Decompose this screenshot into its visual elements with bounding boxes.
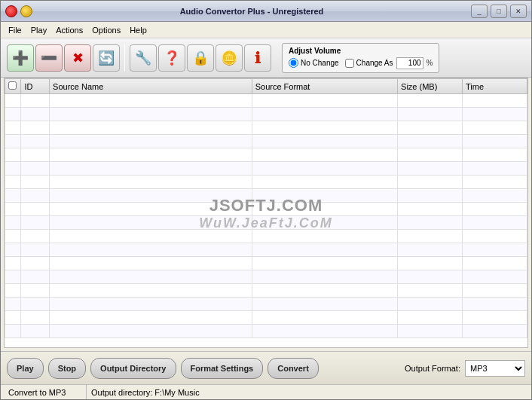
change-as-label: Change As xyxy=(356,59,393,67)
table-row xyxy=(5,162,527,176)
change-as-section: Change As 100 % xyxy=(345,57,433,69)
menu-actions[interactable]: Actions xyxy=(51,24,87,36)
bottom-bar: Play Stop Output Directory Format Settin… xyxy=(1,351,531,384)
file-table: ID Source Name Source Format Size (MB) T… xyxy=(5,78,527,338)
percent-label: % xyxy=(427,59,433,67)
table-row xyxy=(5,216,527,230)
no-change-radio[interactable] xyxy=(289,58,298,68)
coins-icon: 🪙 xyxy=(221,50,237,66)
table-body xyxy=(5,94,527,338)
col-source-format: Source Format xyxy=(252,79,397,94)
table-row xyxy=(5,298,527,311)
volume-section: Adjust Volume No Change Change As 100 % xyxy=(282,43,439,73)
wrench-icon: 🔧 xyxy=(135,50,151,66)
add-icon: ➕ xyxy=(12,50,29,66)
output-directory-button[interactable]: Output Directory xyxy=(90,358,176,379)
no-change-label: No Change xyxy=(301,59,339,67)
menu-file[interactable]: File xyxy=(4,24,26,36)
refresh-button[interactable]: 🔄 xyxy=(93,44,120,72)
titlebar-title: Audio Convertor Plus - Unregistered xyxy=(32,7,471,16)
output-text-panel: Output directory: F:\My Music xyxy=(87,385,204,399)
format-settings-button[interactable]: Format Settings xyxy=(181,358,264,379)
menu-options[interactable]: Options xyxy=(87,24,125,36)
lock-button[interactable]: 🔒 xyxy=(187,44,214,72)
remove-button[interactable]: ➖ xyxy=(35,44,63,72)
minus-icon: ➖ xyxy=(41,50,57,66)
table-row xyxy=(5,108,527,121)
table-row xyxy=(5,176,527,189)
col-check xyxy=(5,79,21,94)
col-time: Time xyxy=(463,79,527,94)
x-icon: ✖ xyxy=(72,50,84,66)
status-text: Convert to MP3 xyxy=(8,388,66,397)
change-as-radio-label[interactable]: Change As xyxy=(345,59,393,68)
minimize-win-button[interactable]: _ xyxy=(471,5,488,18)
table-row xyxy=(5,189,527,203)
table-row xyxy=(5,284,527,298)
table-row xyxy=(5,325,527,338)
table-row xyxy=(5,94,527,108)
settings-button[interactable]: 🔧 xyxy=(130,44,157,72)
table-row xyxy=(5,311,527,325)
maximize-win-button[interactable]: □ xyxy=(491,5,507,18)
table-row xyxy=(5,230,527,243)
table-row xyxy=(5,135,527,148)
main-window: Audio Convertor Plus - Unregistered _ □ … xyxy=(0,0,532,400)
play-button[interactable]: Play xyxy=(7,358,44,379)
close-button[interactable] xyxy=(5,5,17,17)
info-icon: ℹ xyxy=(255,49,261,67)
lock-icon: 🔒 xyxy=(192,50,209,66)
table-row xyxy=(5,257,527,270)
format-select[interactable]: MP3 WAV OGG WMA AAC FLAC xyxy=(465,360,525,377)
status-text-panel: Convert to MP3 xyxy=(4,385,87,399)
no-change-radio-label[interactable]: No Change xyxy=(289,58,339,68)
add-button[interactable]: ➕ xyxy=(7,44,34,72)
output-format-section: Output Format: MP3 WAV OGG WMA AAC FLAC xyxy=(405,360,525,377)
table-row xyxy=(5,243,527,257)
help-button[interactable]: ❓ xyxy=(158,44,185,72)
convert-button[interactable]: Convert xyxy=(268,358,319,379)
volume-controls: No Change Change As 100 % xyxy=(289,57,433,69)
output-directory-text: Output directory: F:\My Music xyxy=(91,388,200,397)
col-source-name: Source Name xyxy=(50,79,252,94)
col-size: Size (MB) xyxy=(398,79,463,94)
table-row xyxy=(5,270,527,284)
col-id: ID xyxy=(21,79,50,94)
table-row xyxy=(5,203,527,216)
coins-button[interactable]: 🪙 xyxy=(216,44,243,72)
toolbar: ➕ ➖ ✖ 🔄 🔧 ❓ 🔒 🪙 ℹ Adjust Volume xyxy=(1,38,531,78)
menubar: File Play Actions Options Help xyxy=(1,22,531,38)
table-header-row: ID Source Name Source Format Size (MB) T… xyxy=(5,79,527,94)
statusbar: Convert to MP3 Output directory: F:\My M… xyxy=(1,384,531,399)
toolbar-sep-1 xyxy=(124,44,125,72)
volume-title: Adjust Volume xyxy=(289,47,433,55)
titlebar-right-controls: _ □ ✕ xyxy=(471,5,527,18)
volume-value-input[interactable]: 100 xyxy=(396,57,423,69)
info-button[interactable]: ℹ xyxy=(244,44,271,72)
menu-help[interactable]: Help xyxy=(125,24,151,36)
change-as-checkbox[interactable] xyxy=(345,59,354,68)
minimize-button[interactable] xyxy=(20,5,32,17)
titlebar: Audio Convertor Plus - Unregistered _ □ … xyxy=(1,1,531,22)
table-row xyxy=(5,148,527,162)
file-table-container: ID Source Name Source Format Size (MB) T… xyxy=(4,78,528,348)
select-all-checkbox[interactable] xyxy=(8,81,17,90)
output-format-label: Output Format: xyxy=(405,364,460,373)
close-win-button[interactable]: ✕ xyxy=(510,5,527,18)
titlebar-left-controls xyxy=(5,5,32,17)
refresh-icon: 🔄 xyxy=(98,50,115,66)
menu-play[interactable]: Play xyxy=(26,24,51,36)
delete-button[interactable]: ✖ xyxy=(64,44,91,72)
question-icon: ❓ xyxy=(164,50,180,66)
table-row xyxy=(5,121,527,135)
stop-button[interactable]: Stop xyxy=(48,358,86,379)
